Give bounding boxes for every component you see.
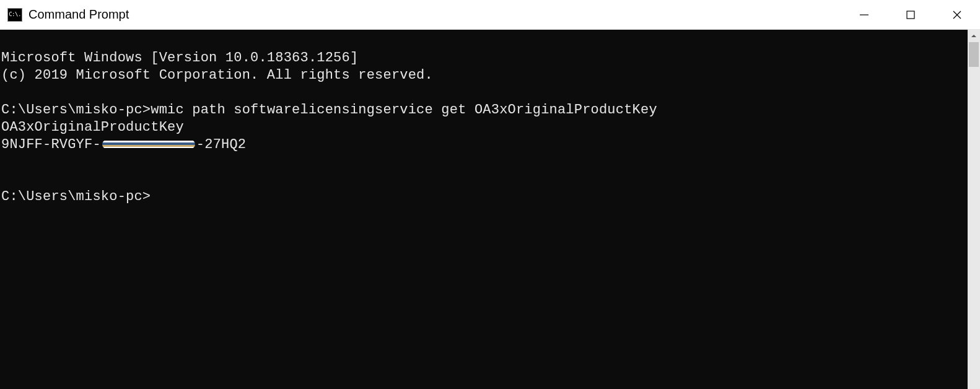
command-line-1: C:\Users\misko-pc>wmic path softwarelice… — [1, 102, 657, 118]
minimize-icon — [859, 9, 870, 20]
terminal[interactable]: Microsoft Windows [Version 10.0.18363.12… — [0, 30, 968, 389]
version-line: Microsoft Windows [Version 10.0.18363.12… — [1, 50, 358, 66]
copyright-line: (c) 2019 Microsoft Corporation. All righ… — [1, 68, 433, 83]
window-controls — [841, 0, 980, 29]
cmd-icon: C:\. — [7, 8, 22, 22]
prompt-1: C:\Users\misko-pc> — [1, 102, 151, 118]
close-button[interactable] — [934, 0, 980, 29]
command-prompt-window: C:\. Command Prompt Microsoft Windows [V… — [0, 0, 980, 389]
maximize-button[interactable] — [887, 0, 934, 29]
scroll-up-button[interactable] — [968, 30, 980, 42]
redacted-key-segment — [102, 140, 195, 149]
scroll-thumb[interactable] — [969, 42, 979, 67]
cmd-icon-text: C:\. — [9, 12, 21, 17]
key-part-2: -27HQ2 — [196, 137, 246, 152]
minimize-button[interactable] — [841, 0, 887, 29]
prompt-2: C:\Users\misko-pc> — [1, 189, 151, 204]
close-icon — [952, 9, 963, 20]
chevron-up-icon — [971, 33, 977, 39]
key-part-1: 9NJFF-RVGYF- — [1, 137, 101, 152]
window-title: Command Prompt — [28, 7, 841, 22]
svg-rect-1 — [907, 11, 914, 19]
terminal-area: Microsoft Windows [Version 10.0.18363.12… — [0, 30, 980, 389]
titlebar[interactable]: C:\. Command Prompt — [0, 0, 980, 30]
vertical-scrollbar[interactable] — [968, 30, 980, 389]
maximize-icon — [905, 9, 916, 20]
command-1: wmic path softwarelicensingservice get O… — [151, 102, 657, 118]
output-header: OA3xOriginalProductKey — [1, 120, 184, 135]
product-key-line: 9NJFF-RVGYF--27HQ2 — [1, 137, 246, 152]
